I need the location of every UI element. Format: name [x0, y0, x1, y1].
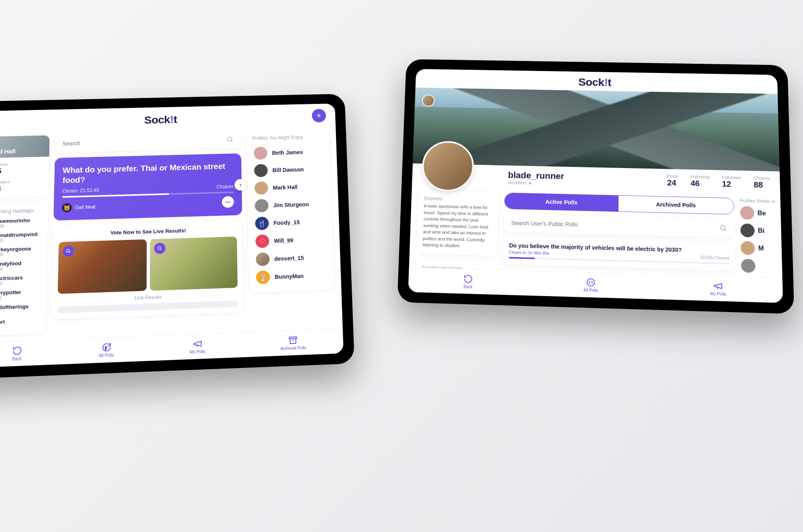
zoom-button[interactable]: [63, 246, 74, 257]
back-icon: [463, 274, 473, 284]
similar-profile-item[interactable]: Bi: [740, 223, 774, 238]
similar-profile-item[interactable]: M: [741, 241, 774, 256]
nav-my-polls[interactable]: My Polls: [190, 339, 205, 354]
svg-line-3: [69, 252, 70, 253]
stat-label: Choices: [0, 162, 8, 167]
bio-title: Biography: [424, 196, 493, 202]
search-user-polls-input[interactable]: [511, 220, 720, 231]
hashtag-item[interactable]: #turkeyorgoose23,000: [0, 245, 41, 257]
screen-home: Sock!t + Ted Hall Choices 85 Followers: [0, 104, 344, 368]
nav-back[interactable]: Back: [463, 274, 473, 289]
back-icon: [12, 345, 22, 356]
profile-item[interactable]: Beth James: [252, 143, 324, 162]
screen-profile: Sock!t blade_runner SockIteer ★ Posts24 …: [408, 69, 783, 303]
poll-author: Gail Neal: [75, 204, 96, 210]
nav-all-polls[interactable]: All Polls: [583, 277, 598, 292]
svg-rect-8: [290, 339, 296, 344]
hashtag-item[interactable]: #lordoftherings9,120: [0, 303, 40, 315]
stat-choices: 85: [0, 167, 7, 176]
stat-choices: 88: [754, 180, 770, 190]
archive-icon: [288, 335, 298, 345]
poll-item[interactable]: Do you believe the majority of vehicles …: [503, 237, 736, 270]
search-icon: [719, 225, 727, 232]
megaphone-icon: [192, 339, 202, 349]
svg-point-12: [587, 279, 595, 286]
hashtag-item[interactable]: #electriccars14,300: [0, 274, 41, 286]
vote-card: Vote Now to See Live Results! Live Resul…: [51, 221, 244, 319]
profile-name: Ted Hall: [0, 148, 16, 155]
similar-profile-item[interactable]: [741, 259, 774, 274]
mini-profile-card[interactable]: Ted Hall Choices 85 Followers 18: [0, 135, 50, 198]
nav-back[interactable]: Back: [12, 345, 22, 361]
chat-icon: [586, 278, 596, 288]
profile-item[interactable]: ♡Will_99: [254, 230, 327, 250]
svg-line-11: [724, 229, 726, 231]
vote-option-image[interactable]: [150, 237, 238, 291]
nav-all-polls[interactable]: || All Polls: [99, 342, 114, 358]
profile-item[interactable]: 🐰BunnyMan: [254, 266, 328, 286]
profile-item[interactable]: dessert_15: [254, 248, 328, 269]
next-poll-button[interactable]: ›: [234, 179, 247, 191]
svg-point-10: [721, 225, 725, 230]
svg-text:||: ||: [105, 346, 106, 349]
bio-card: Biography A keen sportsman with a love f…: [417, 191, 499, 256]
vote-title: Vote Now to See Live Results!: [59, 226, 237, 237]
profile-item[interactable]: 🍴Foody_15: [253, 213, 326, 233]
hashtag-item[interactable]: #sport: [0, 318, 40, 326]
stat-label: Followers: [0, 180, 10, 185]
stat-posts: 24: [667, 178, 678, 187]
nav-archived[interactable]: Archived Polls: [280, 335, 306, 351]
nav-my-polls[interactable]: My Polls: [710, 281, 726, 296]
search-icon: [227, 136, 234, 143]
tablet-left: Sock!t + Ted Hall Choices 85 Followers: [0, 94, 355, 379]
create-poll-button[interactable]: +: [312, 109, 326, 122]
svg-line-5: [160, 249, 161, 250]
zoom-button[interactable]: [154, 243, 166, 254]
similar-profile-item[interactable]: Be: [740, 206, 773, 220]
stat-followers: 18: [0, 184, 10, 193]
tablet-right: Sock!t blade_runner SockIteer ★ Posts24 …: [397, 59, 794, 314]
megaphone-icon: [713, 281, 723, 291]
section-title: Profiles You Might Enjoy: [252, 134, 324, 141]
svg-line-1: [231, 140, 233, 142]
bio-text: A keen sportsman with a love for travel.…: [422, 203, 493, 250]
profile-item[interactable]: Jim Sturgeon: [253, 195, 326, 215]
search-input[interactable]: [62, 137, 226, 147]
section-title: Trending Hashtags: [0, 208, 42, 215]
profile-avatar[interactable]: [421, 141, 474, 192]
logo: Sock!t: [144, 114, 177, 126]
similar-profiles-title: Profiles Similar to: [740, 198, 773, 204]
hashtag-item[interactable]: #harrypotter10,000: [0, 288, 40, 301]
author-avatar-icon: 🐱: [62, 203, 72, 213]
suggested-profiles-card: Profiles You Might Enjoy Beth James Bill…: [247, 129, 334, 292]
profile-item[interactable]: Bill Dawson: [253, 160, 325, 179]
profile-item[interactable]: Mark Hall: [253, 178, 326, 197]
hashtag-item[interactable]: #josemourinho64,080: [0, 217, 42, 229]
trending-hashtags-card: Trending Hashtags #josemourinho64,080 #d…: [0, 202, 48, 336]
featured-poll-card[interactable]: What do you prefer. Thai or Mexican stre…: [53, 153, 242, 221]
tab-archived-polls[interactable]: Archived Polls: [619, 196, 734, 214]
hashtag-item[interactable]: #trendyfood18,080: [0, 260, 41, 272]
chat-icon: ||: [101, 342, 111, 352]
vote-option-image[interactable]: [58, 240, 147, 294]
stat-followers: 12: [722, 180, 742, 189]
search-bar[interactable]: [504, 214, 735, 238]
hashtag-item[interactable]: #donaldtrumpvisit55,000: [0, 231, 42, 243]
stat-following: 46: [691, 179, 710, 189]
poll-question: What do you prefer. Thai or Mexican stre…: [62, 161, 233, 185]
tab-active-polls[interactable]: Active Polls: [505, 193, 619, 211]
